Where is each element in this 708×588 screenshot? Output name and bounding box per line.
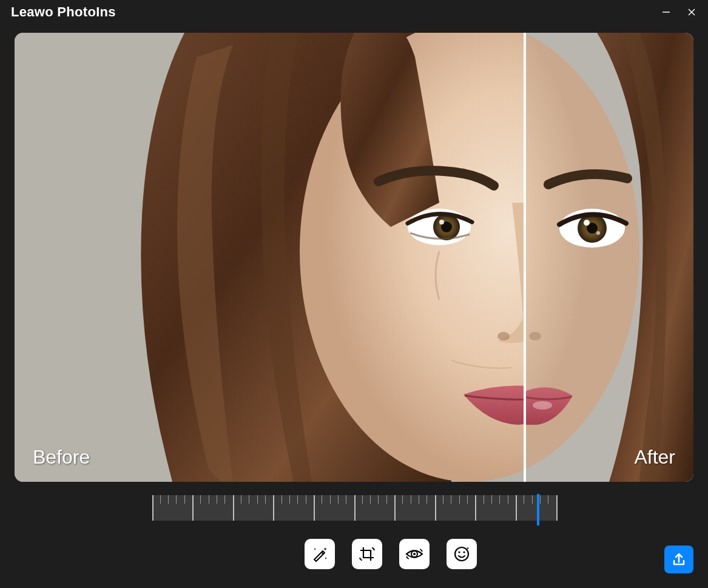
preview-container: Before After (0, 24, 708, 482)
face-retouch-button[interactable] (447, 539, 477, 569)
ruler-tick-minor (297, 495, 298, 504)
svg-point-32 (455, 547, 468, 561)
portrait-photo (15, 33, 693, 482)
ruler-tick-minor (443, 495, 443, 504)
ruler-tick-minor (499, 495, 500, 504)
svg-point-14 (497, 332, 510, 340)
ruler-tick-minor (176, 495, 177, 504)
ruler-tick-minor (491, 495, 492, 504)
before-label: Before (33, 446, 90, 468)
ruler-ticks (152, 495, 556, 521)
after-label: After (634, 446, 675, 468)
app-title: Leawo PhotoIns (11, 4, 116, 20)
ruler-tick-minor (370, 495, 371, 504)
ruler-tick-minor (426, 495, 427, 504)
ruler-tick-minor (402, 495, 403, 504)
ruler-tick-major (556, 495, 558, 521)
svg-point-9 (439, 220, 444, 225)
ruler-tick-major (152, 495, 153, 521)
svg-point-33 (458, 551, 460, 553)
minimize-icon (662, 8, 670, 16)
ruler-tick-minor (241, 495, 241, 504)
ruler-tick-major (394, 495, 396, 521)
ruler-tick-minor (160, 495, 161, 504)
zoom-ruler-container (0, 495, 708, 521)
ruler-tick-minor (265, 495, 266, 504)
eye-fix-button[interactable] (399, 539, 430, 569)
ruler-tick-minor (282, 495, 282, 504)
ruler-tick-minor (224, 495, 225, 504)
comparison-divider[interactable] (524, 33, 526, 482)
ruler-tick-minor (419, 495, 419, 504)
svg-point-29 (413, 553, 416, 555)
ruler-tick-minor (484, 495, 484, 504)
ruler-tick-major (475, 495, 476, 521)
magic-wand-icon (310, 544, 329, 564)
ruler-tick-minor (378, 495, 379, 504)
ruler-tick-minor (411, 495, 411, 504)
ruler-handle[interactable] (537, 494, 539, 525)
toolbar (0, 539, 708, 569)
ruler-tick-minor (532, 495, 533, 504)
ruler-tick-minor (322, 495, 322, 504)
ruler-tick-minor (289, 495, 290, 504)
zoom-ruler[interactable] (152, 495, 556, 521)
preview-image[interactable]: Before After (15, 33, 693, 482)
ruler-tick-minor (459, 495, 460, 504)
ruler-tick-minor (257, 495, 258, 504)
smiley-sparkle-icon (452, 544, 471, 564)
ruler-tick-major (192, 495, 194, 521)
ruler-tick-minor (168, 495, 169, 504)
ruler-tick-minor (217, 495, 217, 504)
auto-enhance-button[interactable] (305, 539, 335, 569)
crop-rotate-button[interactable] (352, 539, 382, 569)
eye-icon (404, 544, 425, 564)
ruler-tick-major (354, 495, 356, 521)
close-icon (687, 8, 696, 16)
ruler-tick-minor (451, 495, 451, 504)
ruler-tick-minor (362, 495, 363, 504)
titlebar: Leawo PhotoIns (0, 0, 708, 24)
ruler-tick-major (233, 495, 234, 521)
minimize-button[interactable] (661, 7, 672, 18)
ruler-tick-major (314, 495, 315, 521)
ruler-tick-minor (209, 495, 209, 504)
ruler-tick-minor (548, 495, 548, 504)
window-controls (661, 7, 697, 18)
ruler-tick-major (516, 495, 517, 521)
ruler-tick-minor (338, 495, 339, 504)
crop-rotate-icon (357, 544, 377, 564)
svg-point-22 (596, 231, 600, 235)
ruler-tick-major (273, 495, 274, 521)
export-button[interactable] (664, 546, 693, 573)
export-icon (671, 552, 687, 567)
close-button[interactable] (686, 7, 697, 18)
ruler-tick-minor (249, 495, 249, 504)
ruler-tick-minor (508, 495, 508, 504)
svg-point-23 (529, 332, 541, 340)
ruler-tick-major (435, 495, 436, 521)
svg-point-21 (584, 220, 590, 226)
ruler-tick-minor (467, 495, 468, 504)
ruler-tick-minor (200, 495, 201, 504)
ruler-tick-minor (330, 495, 331, 504)
ruler-tick-minor (524, 495, 524, 504)
ruler-tick-minor (386, 495, 387, 504)
ruler-tick-minor (540, 495, 541, 504)
ruler-tick-minor (306, 495, 306, 504)
ruler-tick-minor (346, 495, 346, 504)
svg-point-34 (463, 551, 465, 553)
ruler-tick-minor (184, 495, 185, 504)
svg-line-25 (322, 552, 323, 554)
svg-point-24 (533, 401, 552, 410)
